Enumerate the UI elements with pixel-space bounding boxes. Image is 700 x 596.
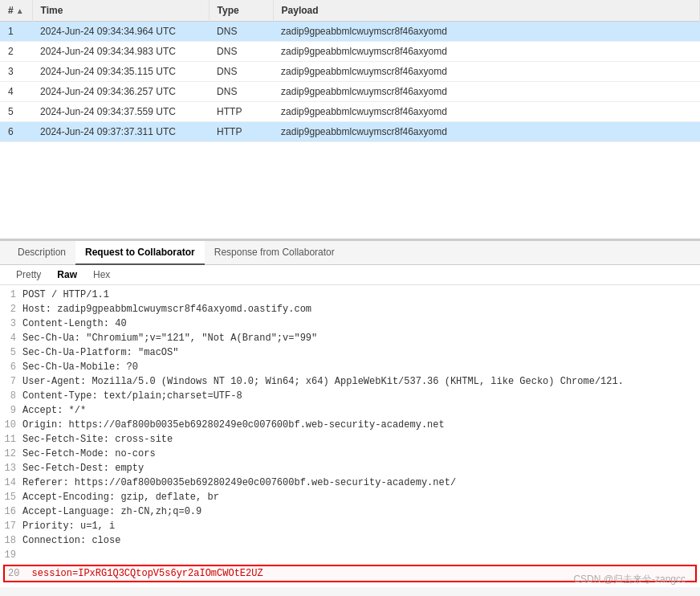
line-text: Origin: https://0af800b0035eb69280249e0c… [22,419,445,431]
cell-type: HTTP [209,102,273,122]
format-tabs-row: PrettyRawHex [0,265,700,285]
bottom-panel: DescriptionRequest to CollaboratorRespon… [0,240,700,587]
http-line: 18 Connection: close [0,534,700,549]
http-line: 8 Content-Type: text/plain;charset=UTF-8 [0,390,700,404]
line-text: Connection: close [22,535,120,546]
cell-num: 1 [0,22,32,42]
line-number: 17 [0,520,22,532]
cell-type: HTTP [209,122,273,142]
line-number: 1 [0,289,22,300]
cell-num: 5 [0,102,32,122]
cell-num: 2 [0,42,32,62]
line-text: User-Agent: Mozilla/5.0 (Windows NT 10.0… [22,376,624,387]
table-row[interactable]: 3 2024-Jun-24 09:34:35.115 UTC DNS zadip… [0,62,700,82]
http-line: 4 Sec-Ch-Ua: "Chromium";v="121", "Not A(… [0,332,700,346]
line-text: Accept: */* [22,405,86,416]
table-row[interactable]: 1 2024-Jun-24 09:34:34.964 UTC DNS zadip… [0,22,700,42]
http-line: 7 User-Agent: Mozilla/5.0 (Windows NT 10… [0,375,700,390]
col-header-payload[interactable]: Payload [273,0,699,22]
cell-time: 2024-Jun-24 09:34:34.964 UTC [32,22,209,42]
cell-time: 2024-Jun-24 09:37:37.311 UTC [32,122,209,142]
cell-time: 2024-Jun-24 09:34:34.983 UTC [32,42,209,62]
line-text: Referer: https://0af800b0035eb69280249e0… [22,477,456,488]
cell-num: 3 [0,62,32,82]
line-number: 7 [0,376,22,387]
table-row[interactable]: 4 2024-Jun-24 09:34:36.257 UTC DNS zadip… [0,82,700,102]
cell-payload: zadip9gpeabbmlcwuymscr8f46axyomd [273,82,699,102]
col-header-type[interactable]: Type [209,0,273,22]
cell-payload: zadip9gpeabbmlcwuymscr8f46axyomd [273,122,699,142]
line-text: Priority: u=1, i [22,520,115,532]
tab-request-to-collaborator[interactable]: Request to Collaborator [75,241,205,265]
table-row[interactable]: 2 2024-Jun-24 09:34:34.983 UTC DNS zadip… [0,42,700,62]
tab-description[interactable]: Description [8,241,75,265]
line-number: 18 [0,535,22,546]
line-number: 19 [0,549,22,561]
http-line: 2 Host: zadip9gpeabbmlcwuymscr8f46axyomd… [0,303,700,317]
http-line: 12 Sec-Fetch-Mode: no-cors [0,447,700,462]
http-line: 3 Content-Length: 40 [0,317,700,332]
line-number: 15 [0,492,22,503]
cell-type: DNS [209,62,273,82]
tab-response-from-collaborator[interactable]: Response from Collaborator [205,241,344,265]
http-line: 15 Accept-Encoding: gzip, deflate, br [0,491,700,505]
http-line: 9 Accept: */* [0,404,700,418]
line-number: 14 [0,477,22,488]
cell-num: 6 [0,122,32,142]
col-header-time[interactable]: Time [32,0,209,22]
cell-payload: zadip9gpeabbmlcwuymscr8f46axyomd [273,22,699,42]
watermark: CSDN @归去来兮-zangcc [573,573,686,586]
line-text: Content-Type: text/plain;charset=UTF-8 [22,390,242,402]
http-line: 16 Accept-Language: zh-CN,zh;q=0.9 [0,505,700,520]
table-row[interactable]: 5 2024-Jun-24 09:34:37.559 UTC HTTP zadi… [0,102,700,122]
cell-time: 2024-Jun-24 09:34:35.115 UTC [32,62,209,82]
traffic-table: #▲ Time Type Payload 1 2024-Jun-24 09:34… [0,0,700,142]
sort-icon: ▲ [16,6,24,15]
line-number: 11 [0,434,22,445]
line-text: session=IPxRG1Q3CQtopV5s6yr2aIOmCWOtE2UZ [32,568,263,579]
line-number: 6 [0,361,22,373]
format-tab-raw[interactable]: Raw [49,265,85,284]
empty-space [0,142,700,239]
cell-time: 2024-Jun-24 09:34:36.257 UTC [32,82,209,102]
line-text: Accept-Encoding: gzip, deflate, br [22,492,219,503]
http-line: 19 [0,549,700,563]
main-tabs-row: DescriptionRequest to CollaboratorRespon… [0,241,700,265]
line-text: Host: zadip9gpeabbmlcwuymscr8f46axyomd.o… [22,304,311,315]
cell-time: 2024-Jun-24 09:34:37.559 UTC [32,102,209,122]
line-number: 2 [0,304,22,315]
http-line: 6 Sec-Ch-Ua-Mobile: ?0 [0,361,700,375]
traffic-table-section: #▲ Time Type Payload 1 2024-Jun-24 09:34… [0,0,700,240]
http-line: 1 POST / HTTP/1.1 [0,288,700,303]
http-line: 11 Sec-Fetch-Site: cross-site [0,433,700,447]
line-number: 3 [0,318,22,329]
line-text: Sec-Ch-Ua-Platform: "macOS" [22,347,178,358]
table-row[interactable]: 6 2024-Jun-24 09:37:37.311 UTC HTTP zadi… [0,122,700,142]
col-header-num[interactable]: #▲ [0,0,32,22]
line-number: 13 [0,463,22,474]
http-line: 13 Sec-Fetch-Dest: empty [0,462,700,476]
cell-payload: zadip9gpeabbmlcwuymscr8f46axyomd [273,102,699,122]
line-text: Sec-Ch-Ua-Mobile: ?0 [22,361,138,373]
cell-payload: zadip9gpeabbmlcwuymscr8f46axyomd [273,62,699,82]
line-text: Sec-Fetch-Mode: no-cors [22,448,156,459]
format-tab-pretty[interactable]: Pretty [8,265,49,284]
line-text: Sec-Ch-Ua: "Chromium";v="121", "Not A(Br… [22,333,317,344]
cell-type: DNS [209,82,273,102]
line-number: 5 [0,347,22,358]
line-text: Content-Length: 40 [22,318,127,329]
cell-num: 4 [0,82,32,102]
line-number: 16 [0,506,22,517]
http-content-area: 1 POST / HTTP/1.1 2 Host: zadip9gpeabbml… [0,285,700,587]
cell-type: DNS [209,22,273,42]
format-tab-hex[interactable]: Hex [85,265,118,284]
http-line: 14 Referer: https://0af800b0035eb6928024… [0,476,700,491]
line-number: 10 [0,419,22,431]
line-number: 12 [0,448,22,459]
cell-payload: zadip9gpeabbmlcwuymscr8f46axyomd [273,42,699,62]
http-line: 5 Sec-Ch-Ua-Platform: "macOS" [0,346,700,361]
http-line: 17 Priority: u=1, i [0,520,700,534]
cell-type: DNS [209,42,273,62]
line-number: 9 [0,405,22,416]
line-text: POST / HTTP/1.1 [22,289,109,300]
